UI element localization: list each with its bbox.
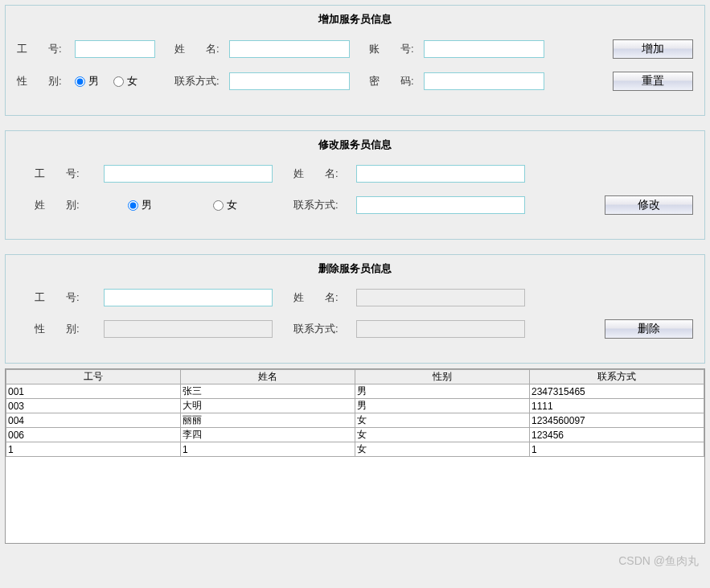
edit-gender-female-label: 女 [227, 198, 237, 212]
edit-row-1: 工 号: 姓 名: [17, 165, 693, 183]
table-cell[interactable]: 003 [6, 399, 181, 413]
table-cell[interactable]: 张三 [181, 384, 355, 399]
add-contact-label: 联系方式: [174, 74, 229, 88]
table-cell[interactable]: 女 [355, 413, 530, 428]
add-panel: 增加服务员信息 工 号: 姓 名: 账 号: 增加 性 别: 男 女 联系方式:… [5, 5, 705, 116]
table-header-id[interactable]: 工号 [6, 370, 181, 384]
table-header-contact[interactable]: 联系方式 [530, 370, 704, 384]
edit-id-label: 工 号: [35, 167, 92, 181]
delete-panel: 删除服务员信息 工 号: 姓 名: 性 别: 联系方式: 删除 [5, 254, 705, 364]
delete-gender-label: 性 别: [35, 322, 92, 336]
add-name-input[interactable] [229, 40, 350, 58]
delete-id-input[interactable] [104, 289, 273, 306]
delete-gender-input [104, 320, 273, 338]
table-cell[interactable]: 006 [6, 428, 181, 442]
add-gender-female-radio[interactable] [113, 76, 124, 87]
add-gender-group: 男 女 [75, 74, 155, 88]
edit-name-label: 姓 名: [293, 167, 348, 181]
edit-button[interactable]: 修改 [605, 195, 693, 215]
add-id-input[interactable] [75, 40, 155, 58]
add-account-label: 账 号: [369, 42, 424, 56]
add-gender-male-label: 男 [88, 74, 99, 88]
edit-name-input[interactable] [356, 165, 525, 183]
add-row-2: 性 别: 男 女 联系方式: 密 码: 重置 [17, 72, 693, 91]
edit-gender-label: 姓 别: [35, 198, 92, 212]
data-table: 工号 姓名 性别 联系方式 001张三男2347315465003大明男1111… [6, 369, 704, 457]
edit-contact-input[interactable] [356, 196, 525, 214]
add-id-label: 工 号: [17, 42, 75, 56]
delete-id-label: 工 号: [35, 290, 92, 305]
reset-button[interactable]: 重置 [613, 72, 693, 91]
table-cell[interactable]: 李四 [181, 428, 355, 442]
add-gender-female-label: 女 [127, 74, 137, 88]
edit-row-2: 姓 别: 男 女 联系方式: 修改 [17, 195, 693, 215]
table-cell[interactable]: 1234560097 [530, 413, 704, 428]
table-row[interactable]: 001张三男2347315465 [6, 384, 704, 399]
horizontal-scrollbar[interactable] [5, 549, 705, 561]
table-cell[interactable]: 1 [6, 442, 181, 457]
table-cell[interactable]: 001 [6, 384, 181, 399]
add-gender-male-radio[interactable] [75, 76, 85, 87]
table-row[interactable]: 004丽丽女1234560097 [6, 413, 704, 428]
delete-contact-label: 联系方式: [293, 322, 348, 336]
table-cell[interactable]: 004 [6, 413, 181, 428]
table-cell[interactable]: 2347315465 [530, 384, 704, 399]
table-cell[interactable]: 大明 [181, 399, 355, 413]
add-panel-title: 增加服务员信息 [17, 12, 693, 27]
delete-name-label: 姓 名: [293, 290, 348, 305]
table-cell[interactable]: 女 [355, 428, 530, 442]
delete-button[interactable]: 删除 [605, 319, 693, 339]
delete-contact-input [356, 320, 525, 338]
edit-id-input[interactable] [104, 165, 273, 183]
table-cell[interactable]: 1 [530, 442, 704, 457]
table-row[interactable]: 11女1 [6, 442, 704, 457]
delete-row-2: 性 别: 联系方式: 删除 [17, 319, 693, 339]
edit-gender-female-radio[interactable] [213, 200, 224, 211]
add-password-input[interactable] [424, 72, 544, 90]
data-table-wrap[interactable]: 工号 姓名 性别 联系方式 001张三男2347315465003大明男1111… [5, 368, 705, 544]
delete-name-input [356, 289, 525, 306]
table-row[interactable]: 006李四女123456 [6, 428, 704, 442]
add-button[interactable]: 增加 [613, 39, 693, 59]
table-header-name[interactable]: 姓名 [181, 370, 355, 384]
delete-panel-title: 删除服务员信息 [17, 261, 693, 276]
table-cell[interactable]: 1 [181, 442, 355, 457]
table-cell[interactable]: 1111 [530, 399, 704, 413]
table-cell[interactable]: 123456 [530, 428, 704, 442]
add-contact-input[interactable] [229, 72, 350, 90]
edit-gender-group: 男 女 [104, 198, 273, 212]
table-header-row: 工号 姓名 性别 联系方式 [6, 370, 704, 384]
edit-gender-male-label: 男 [142, 198, 152, 212]
add-name-label: 姓 名: [174, 42, 229, 56]
table-cell[interactable]: 男 [355, 384, 530, 399]
add-password-label: 密 码: [369, 74, 424, 88]
delete-row-1: 工 号: 姓 名: [17, 289, 693, 306]
add-account-input[interactable] [424, 40, 544, 58]
add-row-1: 工 号: 姓 名: 账 号: 增加 [17, 39, 693, 59]
edit-panel: 修改服务员信息 工 号: 姓 名: 姓 别: 男 女 联系方式: 修改 [5, 130, 705, 240]
edit-contact-label: 联系方式: [293, 198, 348, 212]
table-cell[interactable]: 丽丽 [181, 413, 355, 428]
table-cell[interactable]: 女 [355, 442, 530, 457]
edit-gender-male-radio[interactable] [128, 200, 138, 211]
table-row[interactable]: 003大明男1111 [6, 399, 704, 413]
edit-panel-title: 修改服务员信息 [17, 138, 693, 152]
add-gender-label: 性 别: [17, 74, 75, 88]
table-cell[interactable]: 男 [355, 399, 530, 413]
table-header-gender[interactable]: 性别 [355, 370, 530, 384]
